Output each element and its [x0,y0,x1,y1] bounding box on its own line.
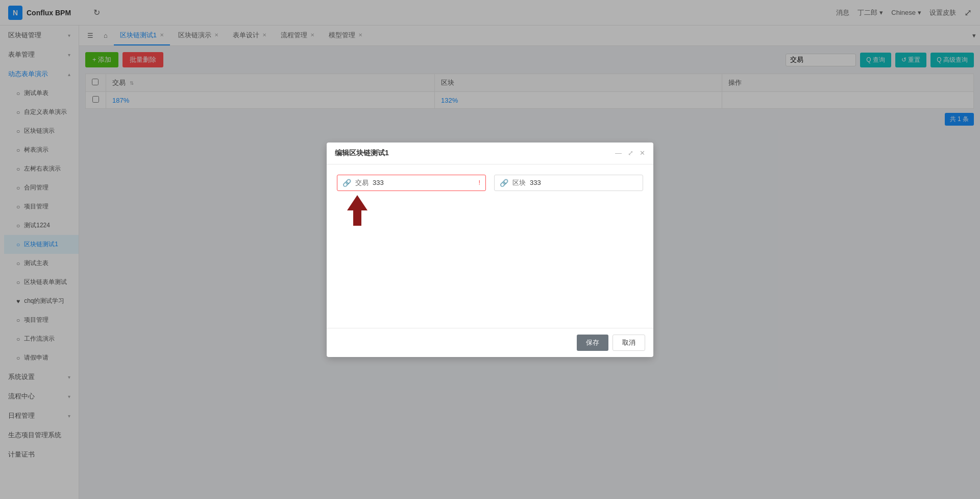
cancel-button[interactable]: 取消 [612,335,645,351]
field-jiaoyi-icon: 🔗 [342,179,351,187]
modal-title: 编辑区块链测试1 [335,149,389,158]
field-jiaoyi-label: 交易 [355,178,369,187]
svg-marker-0 [347,195,368,226]
field-quaikuai-icon: 🔗 [500,179,508,187]
field-jiaoyi-value[interactable]: 333 [373,179,384,186]
field-jiaoyi: 🔗 交易 333 ! [337,175,486,191]
field-quaikuai-label: 区块 [512,178,526,187]
modal-overlay: 编辑区块链测试1 — ⤢ ✕ 🔗 交易 333 ! 🔗 区块 [0,0,980,499]
modal-maximize-icon[interactable]: ⤢ [628,149,633,157]
modal-header: 编辑区块链测试1 — ⤢ ✕ [327,142,653,164]
modal-header-actions: — ⤢ ✕ [615,149,645,157]
edit-modal: 编辑区块链测试1 — ⤢ ✕ 🔗 交易 333 ! 🔗 区块 [327,142,653,357]
modal-minimize-icon[interactable]: — [615,149,622,157]
red-up-arrow-icon [347,195,368,226]
modal-footer: 保存 取消 [327,328,653,357]
save-button[interactable]: 保存 [577,335,608,351]
form-row: 🔗 交易 333 ! 🔗 区块 333 [337,175,643,191]
modal-body: 🔗 交易 333 ! 🔗 区块 333 [327,164,653,328]
field-quaikuai: 🔗 区块 333 [494,175,643,191]
field-jiaoyi-error-icon: ! [478,179,480,186]
field-quaikuai-value[interactable]: 333 [530,179,541,186]
annotation-arrow-area [337,195,643,226]
modal-close-icon[interactable]: ✕ [640,149,645,157]
